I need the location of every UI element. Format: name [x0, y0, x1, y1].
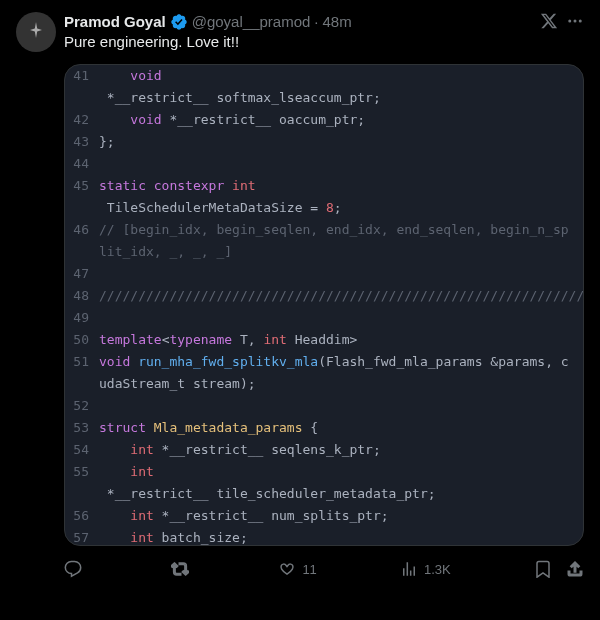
code-line: *__restrict__ softmax_lseaccum_ptr; [65, 87, 583, 109]
user-handle[interactable]: @goyal__pramod [192, 12, 311, 32]
svg-point-0 [568, 20, 571, 23]
code-line: 51void run_mha_fwd_splitkv_mla(Flash_fwd… [65, 351, 583, 395]
line-content: }; [99, 131, 583, 153]
code-line: 50template<typename T, int Headdim> [65, 329, 583, 351]
code-line: 52 [65, 395, 583, 417]
code-line: 49 [65, 307, 583, 329]
line-number: 44 [65, 153, 99, 175]
line-number: 43 [65, 131, 99, 153]
code-line: 47 [65, 263, 583, 285]
code-line: TileSchedulerMetaDataSize = 8; [65, 197, 583, 219]
tweet-text: Pure engineering. Love it!! [64, 32, 532, 52]
header-right [540, 12, 584, 30]
line-content: *__restrict__ tile_scheduler_metadata_pt… [99, 483, 583, 505]
line-number: 56 [65, 505, 99, 527]
line-content [99, 395, 583, 417]
action-right-group [534, 560, 584, 578]
like-button[interactable]: 11 [278, 560, 316, 578]
more-options-icon[interactable] [566, 12, 584, 30]
views-button[interactable]: 1.3K [400, 560, 451, 578]
code-line: 45static constexpr int [65, 175, 583, 197]
like-count: 11 [302, 562, 316, 577]
line-content: *__restrict__ softmax_lseaccum_ptr; [99, 87, 583, 109]
code-attachment[interactable]: 41 void *__restrict__ softmax_lseaccum_p… [64, 64, 584, 546]
retweet-button[interactable] [171, 560, 195, 578]
verified-badge-icon [170, 13, 188, 31]
line-number: 45 [65, 175, 99, 197]
line-number: 50 [65, 329, 99, 351]
line-content: struct Mla_metadata_params { [99, 417, 583, 439]
line-number: 52 [65, 395, 99, 417]
code-line: 43}; [65, 131, 583, 153]
source-app-icon[interactable] [540, 12, 558, 30]
code-content: 41 void *__restrict__ softmax_lseaccum_p… [65, 65, 583, 545]
name-row: Pramod Goyal @goyal__pramod · 48m [64, 12, 532, 32]
line-number: 42 [65, 109, 99, 131]
line-number [65, 483, 99, 505]
code-line: *__restrict__ tile_scheduler_metadata_pt… [65, 483, 583, 505]
svg-point-1 [574, 20, 577, 23]
code-line: 46// [begin_idx, begin_seqlen, end_idx, … [65, 219, 583, 263]
line-content: int *__restrict__ num_splits_ptr; [99, 505, 583, 527]
code-line: 48//////////////////////////////////////… [65, 285, 583, 307]
line-number: 54 [65, 439, 99, 461]
tweet-container: Pramod Goyal @goyal__pramod · 48m Pure e… [0, 0, 600, 588]
line-number: 55 [65, 461, 99, 483]
line-content: int batch_size; [99, 527, 583, 545]
code-line: 44 [65, 153, 583, 175]
line-content: int [99, 461, 583, 483]
line-number: 41 [65, 65, 99, 87]
line-content: static constexpr int [99, 175, 583, 197]
code-line: 57 int batch_size; [65, 527, 583, 545]
line-content [99, 153, 583, 175]
tweet-header: Pramod Goyal @goyal__pramod · 48m Pure e… [16, 12, 584, 52]
line-number: 46 [65, 219, 99, 263]
line-content: ////////////////////////////////////////… [99, 285, 583, 307]
code-line: 53struct Mla_metadata_params { [65, 417, 583, 439]
line-content: int *__restrict__ seqlens_k_ptr; [99, 439, 583, 461]
bookmark-button[interactable] [534, 560, 552, 578]
line-content: void *__restrict__ oaccum_ptr; [99, 109, 583, 131]
line-number [65, 87, 99, 109]
line-content [99, 307, 583, 329]
line-content [99, 263, 583, 285]
line-content: void [99, 65, 583, 87]
code-line: 56 int *__restrict__ num_splits_ptr; [65, 505, 583, 527]
line-number: 48 [65, 285, 99, 307]
code-line: 42 void *__restrict__ oaccum_ptr; [65, 109, 583, 131]
action-bar: 11 1.3K [64, 556, 584, 588]
line-content: template<typename T, int Headdim> [99, 329, 583, 351]
line-content: void run_mha_fwd_splitkv_mla(Flash_fwd_m… [99, 351, 583, 395]
reply-button[interactable] [64, 560, 88, 578]
display-name[interactable]: Pramod Goyal [64, 12, 166, 32]
timestamp[interactable]: 48m [323, 12, 352, 32]
share-button[interactable] [566, 560, 584, 578]
line-number: 53 [65, 417, 99, 439]
code-line: 55 int [65, 461, 583, 483]
svg-point-2 [579, 20, 582, 23]
line-number [65, 197, 99, 219]
line-content: // [begin_idx, begin_seqlen, end_idx, en… [99, 219, 583, 263]
avatar[interactable] [16, 12, 56, 52]
line-number: 47 [65, 263, 99, 285]
line-number: 49 [65, 307, 99, 329]
line-number: 51 [65, 351, 99, 395]
separator: · [314, 12, 318, 32]
view-count: 1.3K [424, 562, 451, 577]
line-content: TileSchedulerMetaDataSize = 8; [99, 197, 583, 219]
code-line: 41 void [65, 65, 583, 87]
header-main: Pramod Goyal @goyal__pramod · 48m Pure e… [64, 12, 532, 52]
code-line: 54 int *__restrict__ seqlens_k_ptr; [65, 439, 583, 461]
line-number: 57 [65, 527, 99, 545]
